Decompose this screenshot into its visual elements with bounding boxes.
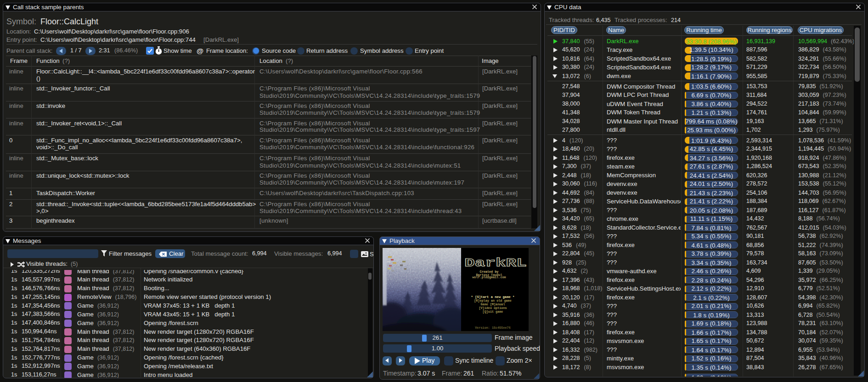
svg-text:[V]ideo options: [V]ideo options	[479, 306, 507, 310]
svg-text:Version: 15c455ee76: Version: 15c455ee76	[475, 326, 511, 330]
svg-text:wolf.pld@gmail.com: wolf.pld@gmail.com	[472, 275, 506, 279]
svg-text:[R]eplay an old game: [R]eplay an old game	[474, 299, 512, 303]
svg-text:* [S]tart a new game *: * [S]tart a new game *	[471, 295, 515, 299]
svg-text:[Q]uit game: [Q]uit game	[483, 310, 503, 314]
svg-text:DarkRL: DarkRL	[464, 256, 527, 270]
svg-text:Game [M]anual: Game [M]anual	[480, 303, 505, 306]
